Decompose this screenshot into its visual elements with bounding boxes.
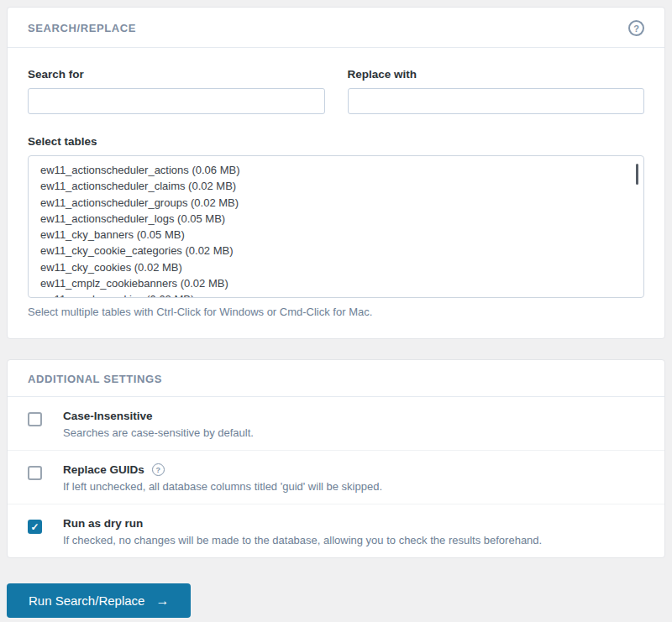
run-search-replace-button[interactable]: Run Search/Replace → <box>7 583 191 618</box>
table-option[interactable]: ew11_actionscheduler_actions (0.06 MB) <box>29 162 643 178</box>
arrow-right-icon: → <box>155 594 169 608</box>
select-tables-section: Select tables ew11_actionscheduler_actio… <box>28 135 644 318</box>
case-insensitive-checkbox[interactable] <box>28 412 42 426</box>
search-for-input[interactable] <box>28 88 325 114</box>
table-option[interactable]: ew11_cky_cookie_categories (0.02 MB) <box>29 243 643 259</box>
table-option[interactable]: ew11_actionscheduler_logs (0.05 MB) <box>29 211 643 227</box>
setting-row-case-insensitive: Case-Insensitive Searches are case-sensi… <box>8 397 664 451</box>
setting-text: Run as dry run If checked, no changes wi… <box>63 517 542 546</box>
tables-listbox[interactable]: ew11_actionscheduler_actions (0.06 MB) e… <box>28 155 644 298</box>
dry-run-description: If checked, no changes will be made to t… <box>63 534 542 546</box>
table-option[interactable]: ew11_cmplz_cookies (0.02 MB) <box>29 291 643 298</box>
dry-run-checkbox[interactable]: ✓ <box>28 520 42 534</box>
table-option[interactable]: ew11_cky_banners (0.05 MB) <box>29 227 643 243</box>
additional-settings-title: ADDITIONAL SETTINGS <box>28 373 162 385</box>
setting-label: Run as dry run <box>63 517 542 530</box>
setting-text: Replace GUIDs ? If left unchecked, all d… <box>63 463 382 493</box>
card-gap <box>7 339 665 359</box>
table-option[interactable]: ew11_actionscheduler_claims (0.02 MB) <box>29 178 643 194</box>
setting-label: Case-Insensitive <box>63 410 254 422</box>
search-replace-card-header: SEARCH/REPLACE ? <box>8 8 664 48</box>
select-tables-label: Select tables <box>28 135 644 148</box>
setting-row-dry-run: ✓ Run as dry run If checked, no changes … <box>8 504 664 557</box>
additional-settings-card: ADDITIONAL SETTINGS Case-Insensitive Sea… <box>7 359 665 558</box>
search-replace-card: SEARCH/REPLACE ? Search for Replace with… <box>7 7 665 339</box>
tables-helper-text: Select multiple tables with Ctrl-Click f… <box>28 306 644 318</box>
search-replace-title: SEARCH/REPLACE <box>28 22 136 34</box>
setting-label: Replace GUIDs ? <box>63 463 382 476</box>
table-option[interactable]: ew11_cmplz_cookiebanners (0.02 MB) <box>29 275 643 291</box>
additional-settings-card-header: ADDITIONAL SETTINGS <box>8 360 664 397</box>
setting-text: Case-Insensitive Searches are case-sensi… <box>63 410 254 439</box>
search-replace-body: Search for Replace with Select tables ew… <box>8 48 664 338</box>
replace-guids-description: If left unchecked, all database columns … <box>63 480 382 493</box>
table-option[interactable]: ew11_actionscheduler_groups (0.02 MB) <box>29 195 643 211</box>
replace-with-field: Replace with <box>348 68 645 114</box>
dry-run-label: Run as dry run <box>63 517 143 530</box>
replace-guids-checkbox[interactable] <box>28 466 42 480</box>
help-icon[interactable]: ? <box>628 20 644 36</box>
run-search-replace-label: Run Search/Replace <box>29 593 144 608</box>
replace-with-input[interactable] <box>348 88 645 114</box>
case-insensitive-description: Searches are case-sensitive by default. <box>63 426 254 439</box>
replace-with-label: Replace with <box>348 68 645 81</box>
table-option[interactable]: ew11_cky_cookies (0.02 MB) <box>29 259 643 275</box>
case-insensitive-label: Case-Insensitive <box>63 410 153 422</box>
replace-guids-help-icon[interactable]: ? <box>152 463 165 476</box>
replace-guids-label: Replace GUIDs <box>63 463 144 476</box>
listbox-scrollbar-thumb[interactable] <box>636 164 638 185</box>
setting-row-replace-guids: Replace GUIDs ? If left unchecked, all d… <box>8 451 664 504</box>
search-for-field: Search for <box>28 68 325 114</box>
search-for-label: Search for <box>28 68 325 81</box>
